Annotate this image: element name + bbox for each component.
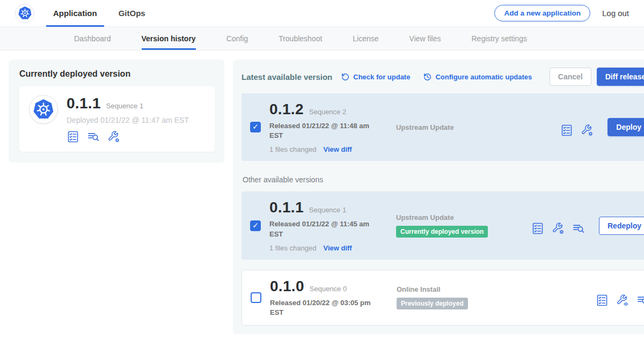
sequence-label: Sequence 0 — [310, 285, 347, 293]
source-label: Upstream Update — [396, 123, 531, 131]
version-info: 0.1.1 Sequence 1 Released 01/21/22 @ 11:… — [269, 199, 378, 252]
auto-updates-icon — [423, 72, 432, 82]
app-kubernetes-logo — [29, 95, 58, 124]
view-config-icon[interactable] — [616, 294, 629, 307]
released-timestamp: Released 01/21/22 @ 11:48 am EST — [269, 121, 374, 141]
released-timestamp: Released 01/21/22 @ 11:45 am EST — [269, 219, 374, 239]
version-source: Upstream Update Currently deployed versi… — [396, 213, 531, 238]
version-source: Online Install Previously deployed — [397, 285, 532, 309]
deployed-version-info: 0.1.1 Sequence 1 Deployed 01/21/22 @ 11:… — [67, 95, 189, 143]
version-info: 0.1.0 Sequence 0 Released 01/20/22 @ 03:… — [270, 278, 378, 317]
diff-releases-button[interactable]: Diff releases — [597, 68, 644, 86]
version-actions — [596, 288, 644, 307]
version-row-0-1-2: 0.1.2 Sequence 2 Released 01/21/22 @ 11:… — [241, 93, 644, 161]
version-row-0-1-1: 0.1.1 Sequence 1 Released 01/21/22 @ 11:… — [241, 191, 644, 259]
configure-automatic-updates-link[interactable]: Configure automatic updates — [423, 72, 532, 82]
check-for-update-link[interactable]: Check for update — [341, 72, 410, 82]
previously-deployed-badge: Previously deployed — [397, 298, 468, 309]
header-buttons: Cancel Diff releases — [550, 68, 644, 86]
subnav-tab-config[interactable]: Config — [226, 27, 248, 50]
latest-available-title: Latest available version — [241, 72, 332, 82]
version-checkbox[interactable] — [250, 122, 261, 132]
view-files-icon[interactable] — [572, 222, 585, 235]
available-header: Latest available version Check for updat… — [241, 68, 644, 86]
subnav-tab-license[interactable]: License — [353, 27, 378, 50]
preflight-checks-icon[interactable] — [531, 222, 544, 235]
version-actions: Deploy — [560, 118, 644, 137]
subnav-tab-version-history[interactable]: Version history — [142, 27, 196, 50]
add-application-button[interactable]: Add a new application — [494, 5, 590, 21]
deployed-sequence-label: Sequence 1 — [106, 102, 143, 110]
top-nav-right: Add a new application Log out — [494, 5, 629, 21]
source-label: Upstream Update — [396, 213, 531, 221]
version-source: Upstream Update — [396, 123, 531, 131]
preflight-checks-icon[interactable] — [67, 130, 79, 143]
version-number: 0.1.2 — [269, 101, 304, 118]
subnav-tab-view-files[interactable]: View files — [409, 27, 441, 50]
edit-config-icon[interactable] — [107, 130, 120, 143]
preflight-checks-icon[interactable] — [560, 124, 573, 137]
nav-tab-gitops[interactable]: GitOps — [112, 0, 152, 27]
version-history-page: Currently deployed version 0.1.1 Sequenc… — [0, 50, 644, 340]
cancel-button[interactable]: Cancel — [550, 68, 591, 86]
row-action-icons — [596, 294, 644, 307]
app-subnav: Dashboard Version history Config Trouble… — [0, 27, 644, 50]
nav-tab-application[interactable]: Application — [46, 0, 104, 27]
subnav-tab-troubleshoot[interactable]: Troubleshoot — [279, 27, 322, 50]
nav-tab-gitops-label: GitOps — [119, 9, 145, 18]
version-actions: Redeploy — [531, 216, 644, 235]
configure-automatic-updates-label: Configure automatic updates — [435, 73, 532, 81]
view-diff-link[interactable]: View diff — [323, 145, 352, 153]
view-files-icon[interactable] — [636, 294, 644, 307]
files-changed-label: 1 files changed — [269, 145, 316, 153]
deployed-action-icons — [67, 130, 189, 143]
source-label: Online Install — [397, 285, 532, 293]
nav-tab-application-label: Application — [53, 9, 97, 18]
version-info: 0.1.2 Sequence 2 Released 01/21/22 @ 11:… — [269, 101, 378, 153]
row-action-icons — [531, 222, 585, 235]
currently-deployed-panel: Currently deployed version 0.1.1 Sequenc… — [9, 60, 224, 162]
redeploy-button[interactable]: Redeploy — [599, 217, 644, 235]
available-versions-panel: Latest available version Check for updat… — [233, 60, 644, 334]
preflight-checks-icon[interactable] — [596, 294, 609, 307]
top-nav: Application GitOps Add a new application… — [0, 0, 644, 27]
check-update-icon — [341, 72, 350, 82]
deployed-timestamp: Deployed 01/21/22 @ 11:47 am EST — [67, 116, 189, 124]
version-row-0-1-0: 0.1.0 Sequence 0 Released 01/20/22 @ 03:… — [241, 270, 644, 326]
app-nav-tabs: Application GitOps — [46, 0, 160, 27]
deploy-button[interactable]: Deploy — [608, 118, 644, 136]
check-for-update-label: Check for update — [353, 73, 410, 81]
sequence-label: Sequence 2 — [309, 108, 346, 116]
edit-config-icon[interactable] — [552, 222, 565, 235]
version-number: 0.1.1 — [269, 199, 304, 216]
deployed-version-number: 0.1.1 — [67, 95, 101, 112]
version-number: 0.1.0 — [270, 278, 304, 295]
sequence-label: Sequence 1 — [309, 206, 346, 214]
row-action-icons — [560, 124, 594, 137]
released-timestamp: Released 01/20/22 @ 03:05 pm EST — [270, 298, 375, 317]
subnav-tab-registry-settings[interactable]: Registry settings — [471, 27, 526, 50]
other-available-versions-title: Other available versions — [243, 175, 644, 184]
version-checkbox[interactable] — [250, 220, 261, 231]
version-checkbox[interactable] — [251, 292, 261, 303]
subnav-tab-dashboard[interactable]: Dashboard — [74, 27, 111, 50]
currently-deployed-badge: Currently deployed version — [396, 226, 488, 238]
logout-link[interactable]: Log out — [602, 9, 629, 18]
files-changed-label: 1 files changed — [269, 244, 316, 252]
view-diff-link[interactable]: View diff — [323, 244, 352, 252]
currently-deployed-card: 0.1.1 Sequence 1 Deployed 01/21/22 @ 11:… — [19, 86, 215, 152]
edit-config-icon[interactable] — [581, 124, 594, 137]
currently-deployed-title: Currently deployed version — [19, 69, 215, 79]
kubernetes-logo — [15, 4, 34, 23]
view-files-icon[interactable] — [87, 130, 100, 143]
